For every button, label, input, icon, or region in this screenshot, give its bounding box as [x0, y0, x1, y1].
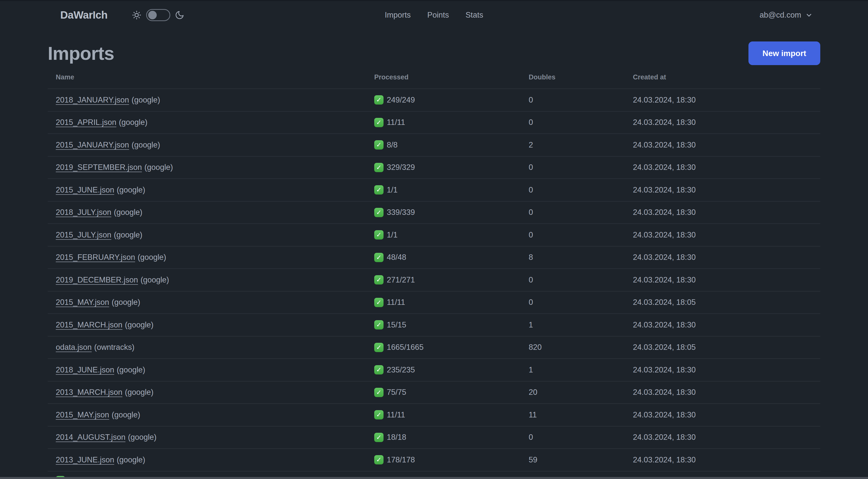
doubles-count: 820 [529, 343, 633, 352]
import-file-link[interactable]: 2019_SEPTEMBER.json [56, 163, 142, 172]
processed-cell: ✓ 339/339 [374, 208, 529, 217]
created-at: 24.03.2024, 18:30 [633, 95, 820, 104]
processed-cell: ✓ 1/1 [374, 230, 529, 239]
import-file-link[interactable]: 2018_JULY.json [56, 208, 111, 217]
import-name-cell: 2018_JUNE.json(google) [56, 365, 374, 375]
processed-cell: ✓ 178/178 [374, 455, 529, 465]
import-file-link[interactable]: 2015_MAY.json [56, 410, 109, 419]
processed-cell: ✓ 11/11 [374, 298, 529, 307]
account-menu[interactable]: ab@cd.com [760, 10, 813, 20]
created-at: 24.03.2024, 18:30 [633, 321, 820, 329]
created-at: 24.03.2024, 18:30 [633, 185, 820, 194]
processed-count: 11/11 [387, 298, 405, 307]
import-source: (google) [114, 231, 143, 239]
page-head: Imports New import [48, 41, 820, 65]
import-source: (google) [114, 208, 143, 217]
doubles-count: 1 [529, 321, 633, 329]
table-row: 2015_APRIL.json(google) ✓ 11/11 0 24.03.… [48, 111, 820, 134]
processed-cell: ✓ 11/11 [374, 410, 529, 419]
nav-link-imports[interactable]: Imports [385, 10, 411, 20]
import-name-cell: 2015_MARCH.json(google) [56, 321, 374, 329]
nav-link-stats[interactable]: Stats [465, 10, 483, 20]
created-at: 24.03.2024, 18:30 [633, 455, 820, 465]
import-source: (google) [141, 275, 169, 284]
processed-cell: ✓ 11/11 [374, 118, 529, 127]
created-at: 24.03.2024, 18:30 [633, 231, 820, 239]
import-file-link[interactable]: 2015_FEBRUARY.json [56, 253, 135, 262]
table-body: 2018_JANUARY.json(google) ✓ 249/249 0 24… [48, 88, 820, 471]
theme-toggle-knob [148, 11, 157, 19]
import-name-cell: 2019_DECEMBER.json(google) [56, 275, 374, 285]
processed-count: 329/329 [387, 163, 415, 172]
processed-count: 48/48 [387, 253, 406, 262]
processed-count: 18/18 [387, 433, 406, 442]
processed-cell: ✓ 48/48 [374, 253, 529, 262]
check-mark-icon: ✓ [374, 230, 383, 239]
check-mark-icon: ✓ [374, 455, 383, 465]
account-email: ab@cd.com [760, 10, 801, 20]
import-name-cell: 2013_MARCH.json(google) [56, 388, 374, 397]
doubles-count: 0 [529, 118, 633, 127]
table-row: 2019_SEPTEMBER.json(google) ✓ 329/329 0 … [48, 156, 820, 179]
main-nav: Imports Points Stats [385, 1, 483, 29]
imports-page: Imports New import Name Processed Double… [0, 41, 868, 479]
import-name-cell: 2015_JANUARY.json(google) [56, 141, 374, 150]
table-row: 2018_JUNE.json(google) ✓ 235/235 1 24.03… [48, 358, 820, 381]
doubles-count: 20 [529, 388, 633, 397]
import-source: (owntracks) [94, 343, 134, 352]
check-mark-icon: ✓ [374, 433, 383, 442]
import-file-link[interactable]: 2015_JANUARY.json [56, 141, 129, 149]
import-file-link[interactable]: 2013_JUNE.json [56, 455, 114, 464]
import-file-link[interactable]: odata.json [56, 343, 92, 352]
processed-count: 271/271 [387, 275, 415, 285]
check-mark-icon: ✓ [374, 118, 383, 127]
processed-cell: ✓ 1665/1665 [374, 343, 529, 352]
processed-count: 11/11 [387, 410, 405, 419]
doubles-count: 0 [529, 185, 633, 194]
import-file-link[interactable]: 2013_MARCH.json [56, 388, 122, 396]
import-file-link[interactable]: 2014_AUGUST.json [56, 433, 125, 442]
new-import-button[interactable]: New import [748, 41, 820, 65]
import-name-cell: 2015_JULY.json(google) [56, 231, 374, 239]
import-file-link[interactable]: 2015_APRIL.json [56, 118, 116, 127]
processed-count: 1665/1665 [387, 343, 424, 352]
import-file-link[interactable]: 2015_MAY.json [56, 298, 109, 307]
table-row: odata.json(owntracks) ✓ 1665/1665 820 24… [48, 336, 820, 359]
check-mark-icon: ✓ [374, 343, 383, 352]
import-file-link[interactable]: 2015_MARCH.json [56, 321, 122, 329]
import-source: (google) [132, 95, 160, 104]
table-row: 2015_MARCH.json(google) ✓ 15/15 1 24.03.… [48, 313, 820, 336]
processed-count: 339/339 [387, 208, 415, 217]
doubles-count: 11 [529, 410, 633, 419]
created-at: 24.03.2024, 18:30 [633, 433, 820, 442]
table-row: 2015_JANUARY.json(google) ✓ 8/8 2 24.03.… [48, 133, 820, 156]
import-file-link[interactable]: 2015_JUNE.json [56, 185, 114, 194]
import-file-link[interactable]: 2015_JULY.json [56, 231, 111, 239]
table-row: 2014_AUGUST.json(google) ✓ 18/18 0 24.03… [48, 426, 820, 449]
check-mark-icon: ✓ [374, 253, 383, 262]
column-header-processed: Processed [374, 73, 529, 81]
check-mark-icon: ✓ [374, 320, 383, 329]
import-file-link[interactable]: 2018_JUNE.json [56, 365, 114, 374]
created-at: 24.03.2024, 18:30 [633, 141, 820, 150]
import-name-cell: 2015_MAY.json(google) [56, 298, 374, 307]
nav-link-points[interactable]: Points [427, 10, 449, 20]
moon-icon [175, 10, 184, 20]
table-row: 2019_DECEMBER.json(google) ✓ 271/271 0 2… [48, 268, 820, 291]
sun-icon [132, 10, 142, 20]
column-header-created-at: Created at [633, 73, 820, 81]
processed-count: 249/249 [387, 95, 415, 104]
processed-count: 178/178 [387, 455, 415, 465]
theme-toggle[interactable] [146, 9, 170, 21]
brand-logo[interactable]: DaWarIch [60, 9, 107, 21]
created-at: 24.03.2024, 18:30 [633, 275, 820, 285]
import-name-cell: 2013_JUNE.json(google) [56, 455, 374, 465]
import-file-link[interactable]: 2018_JANUARY.json [56, 95, 129, 104]
doubles-count: 59 [529, 455, 633, 465]
chevron-down-icon [805, 11, 813, 19]
doubles-count: 0 [529, 95, 633, 104]
horizontal-scrollbar[interactable] [0, 477, 868, 479]
import-name-cell: 2018_JULY.json(google) [56, 208, 374, 217]
import-file-link[interactable]: 2019_DECEMBER.json [56, 275, 138, 284]
processed-cell: ✓ 8/8 [374, 140, 529, 150]
